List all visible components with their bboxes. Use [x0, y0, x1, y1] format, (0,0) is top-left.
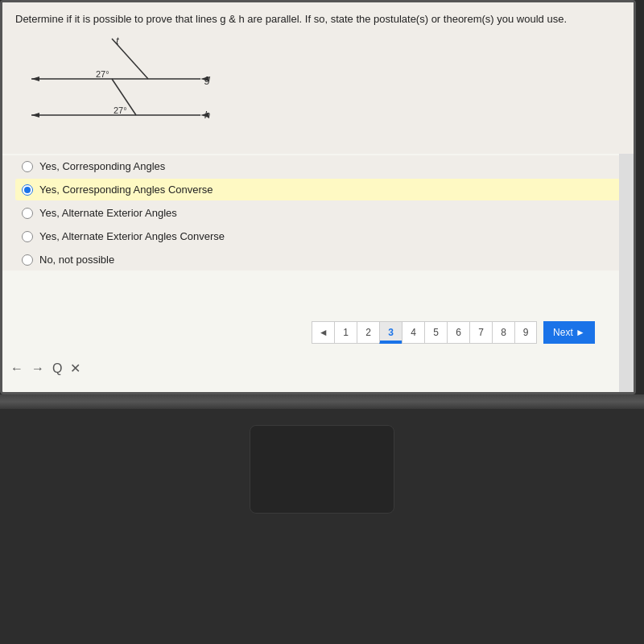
- option-row-4[interactable]: Yes, Alternate Exterior Angles Converse: [15, 225, 621, 247]
- laptop-base: [0, 409, 644, 644]
- search-icon[interactable]: Q: [52, 361, 62, 376]
- page-button-8[interactable]: 8: [492, 321, 514, 344]
- option-label-4: Yes, Alternate Exterior Angles Converse: [39, 230, 225, 242]
- svg-marker-2: [31, 76, 39, 81]
- page-button-1[interactable]: 1: [334, 321, 357, 344]
- prev-page-button[interactable]: ◄: [312, 321, 334, 344]
- laptop-hinge: [0, 394, 644, 409]
- option-radio-5[interactable]: [22, 254, 33, 266]
- option-row-3[interactable]: Yes, Alternate Exterior Angles: [15, 202, 621, 224]
- laptop-screen: ≡ ≡ Determine if it is possible to prove…: [0, 0, 636, 394]
- pagination-area: ◄ 1 2 3 4 5 6 7 8 9 Next ►: [2, 321, 619, 344]
- svg-marker-7: [31, 113, 39, 118]
- page-button-2[interactable]: 2: [357, 321, 379, 344]
- option-row-1[interactable]: Yes, Corresponding Angles: [15, 155, 621, 177]
- option-radio-2[interactable]: [22, 184, 33, 196]
- screen-container: ≡ ≡ Determine if it is possible to prove…: [0, 0, 644, 644]
- close-button[interactable]: ✕: [70, 361, 80, 376]
- option-label-2: Yes, Corresponding Angles Converse: [39, 184, 213, 196]
- page-button-3[interactable]: 3: [379, 321, 402, 344]
- page-button-5[interactable]: 5: [424, 321, 447, 344]
- touchpad[interactable]: [250, 425, 394, 514]
- question-text: Determine if it is possible to prove tha…: [15, 12, 621, 27]
- page-button-6[interactable]: 6: [447, 321, 469, 344]
- svg-text:g: g: [204, 72, 211, 85]
- diagram-container: g h t 27° 27°: [23, 35, 281, 139]
- option-radio-4[interactable]: [22, 231, 33, 242]
- option-radio-3[interactable]: [22, 208, 33, 219]
- back-button[interactable]: ←: [10, 361, 23, 376]
- browser-nav: ← → Q ✕: [10, 361, 80, 376]
- option-label-1: Yes, Corresponding Angles: [39, 160, 165, 172]
- page-button-4[interactable]: 4: [402, 321, 424, 344]
- page-button-9[interactable]: 9: [514, 321, 537, 344]
- option-row-2[interactable]: Yes, Corresponding Angles Converse: [15, 179, 621, 200]
- option-row-5[interactable]: No, not possible: [15, 249, 621, 270]
- laptop-bottom: [0, 394, 644, 644]
- page-button-7[interactable]: 7: [469, 321, 492, 344]
- next-button[interactable]: Next ►: [543, 321, 595, 344]
- svg-text:27°: 27°: [114, 105, 127, 115]
- svg-text:27°: 27°: [96, 69, 109, 79]
- option-label-3: Yes, Alternate Exterior Angles: [39, 207, 177, 219]
- forward-button[interactable]: →: [31, 361, 44, 376]
- option-radio-1[interactable]: [22, 161, 33, 172]
- svg-text:t: t: [116, 35, 120, 47]
- options-area: Yes, Corresponding Angles Yes, Correspon…: [2, 155, 634, 270]
- question-area: Determine if it is possible to prove tha…: [2, 2, 634, 154]
- option-label-5: No, not possible: [39, 254, 114, 266]
- svg-text:h: h: [204, 109, 210, 121]
- geometry-diagram: g h t 27° 27°: [23, 35, 281, 139]
